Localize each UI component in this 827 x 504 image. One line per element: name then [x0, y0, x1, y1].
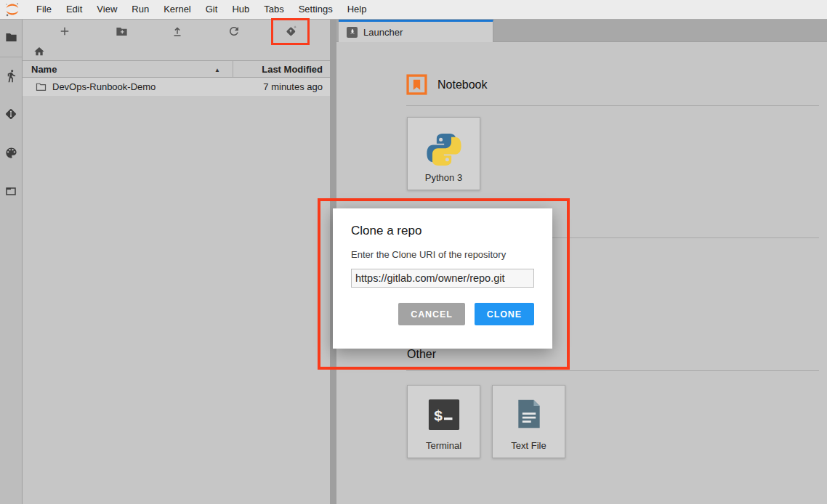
section-other-header: Other — [407, 348, 436, 361]
folder-icon — [4, 31, 18, 44]
sidebar-separator — [0, 57, 22, 57]
menu-bar: File Edit View Run Kernel Git Hub Tabs S… — [0, 0, 827, 20]
card-text-file-label: Text File — [511, 440, 546, 451]
launcher-icon — [347, 27, 358, 38]
menu-edit[interactable]: Edit — [59, 0, 89, 19]
dialog-title: Clone a repo — [351, 224, 534, 238]
menu-settings[interactable]: Settings — [291, 0, 340, 19]
file-row-devops-runbook-demo[interactable]: DevOps-Runbook-Demo 7 minutes ago — [23, 78, 330, 96]
new-folder-icon — [115, 25, 129, 38]
menu-run[interactable]: Run — [124, 0, 156, 19]
git-clone-button[interactable] — [278, 20, 304, 43]
tab-launcher[interactable]: Launcher — [339, 20, 493, 42]
svg-text:$: $ — [433, 407, 443, 425]
dialog-input-label: Enter the Clone URI of the repository — [351, 249, 534, 260]
menu-tabs[interactable]: Tabs — [257, 0, 291, 19]
card-terminal-label: Terminal — [426, 440, 461, 451]
sidebar-item-git[interactable] — [0, 99, 22, 129]
sidebar-item-commands[interactable] — [0, 138, 22, 167]
file-list-header: Name ▲ Last Modified — [23, 60, 330, 78]
sidebar-item-filebrowser[interactable] — [0, 23, 22, 52]
upload-icon — [171, 25, 184, 38]
section-notebook-label: Notebook — [437, 78, 488, 92]
file-name: DevOps-Runbook-Demo — [52, 81, 263, 92]
tab-bar: Launcher — [336, 20, 827, 42]
left-sidebar-strip — [0, 20, 23, 504]
clone-repo-dialog: Clone a repo Enter the Clone URI of the … — [333, 208, 552, 349]
refresh-icon — [227, 25, 241, 38]
column-divider — [233, 61, 233, 77]
clone-button[interactable]: CLONE — [475, 303, 534, 325]
git-icon — [4, 107, 18, 121]
file-last-modified: 7 minutes ago — [263, 81, 330, 92]
jupyter-logo-icon — [4, 1, 20, 17]
cancel-button[interactable]: CANCEL — [398, 303, 464, 325]
upload-button[interactable] — [164, 20, 190, 43]
menu-git[interactable]: Git — [198, 0, 225, 19]
column-name-label: Name — [31, 64, 57, 75]
breadcrumb — [23, 43, 330, 60]
sidebar-item-running[interactable] — [0, 61, 22, 90]
section-divider — [406, 105, 819, 106]
launcher-card-terminal[interactable]: $ Terminal — [407, 385, 480, 458]
section-divider — [406, 370, 819, 371]
plus-icon — [58, 25, 71, 38]
dialog-button-row: CANCEL CLONE — [351, 303, 534, 325]
tab-launcher-label: Launcher — [363, 27, 403, 38]
new-launcher-button[interactable] — [52, 20, 78, 43]
file-browser-toolbar — [23, 20, 330, 43]
sort-ascending-icon: ▲ — [214, 67, 220, 73]
clone-uri-input[interactable] — [351, 269, 534, 288]
menu-help[interactable]: Help — [340, 0, 374, 19]
section-notebook-header: Notebook — [406, 74, 488, 95]
section-other-label: Other — [407, 348, 436, 361]
text-file-icon — [493, 398, 565, 430]
sidebar-item-open-tabs[interactable] — [0, 176, 22, 206]
home-icon[interactable] — [33, 46, 45, 57]
menu-kernel[interactable]: Kernel — [156, 0, 198, 19]
palette-icon — [4, 146, 18, 160]
launcher-card-python3[interactable]: Python 3 — [407, 117, 480, 190]
file-browser-panel: Name ▲ Last Modified DevOps-Runbook-Demo… — [23, 20, 330, 504]
notebook-icon — [406, 74, 427, 95]
column-modified-label: Last Modified — [262, 64, 323, 75]
new-folder-button[interactable] — [108, 20, 134, 43]
menu-view[interactable]: View — [89, 0, 124, 19]
menu-hub[interactable]: Hub — [225, 0, 257, 19]
tabs-icon — [4, 184, 17, 198]
python-logo — [408, 130, 480, 169]
running-man-icon — [4, 69, 18, 83]
refresh-button[interactable] — [221, 20, 247, 43]
folder-icon — [35, 81, 47, 93]
git-clone-icon — [283, 23, 299, 39]
launcher-card-text-file[interactable]: Text File — [492, 385, 565, 458]
column-header-last-modified[interactable]: Last Modified — [225, 64, 330, 75]
card-python3-label: Python 3 — [425, 172, 462, 183]
column-header-name[interactable]: Name — [23, 64, 225, 75]
menu-file[interactable]: File — [29, 0, 59, 19]
terminal-icon: $ — [408, 398, 480, 431]
